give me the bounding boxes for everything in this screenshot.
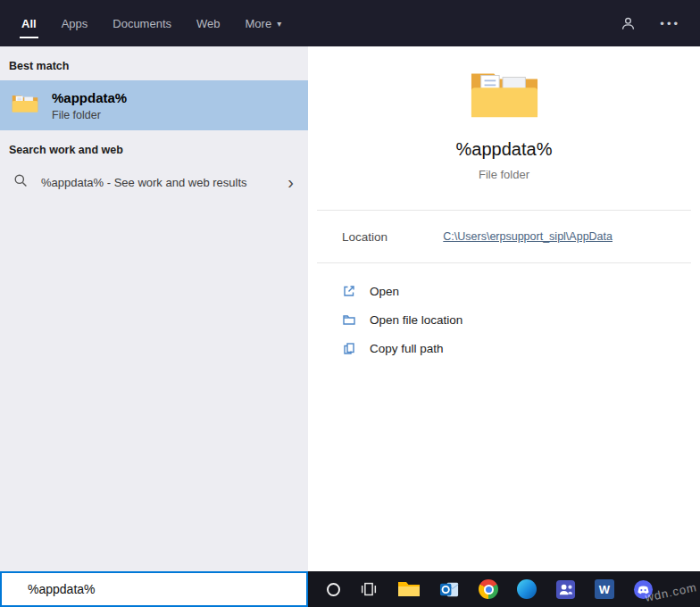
- tab-more[interactable]: More ▾: [246, 0, 282, 46]
- copy-icon: [342, 341, 356, 355]
- tab-web-label: Web: [196, 17, 221, 30]
- windows-search-flyout: All Apps Documents Web More ▾ ••• Best m…: [0, 0, 700, 607]
- tab-web[interactable]: Web: [196, 0, 221, 46]
- best-match-subtitle: File folder: [52, 109, 127, 121]
- search-header: All Apps Documents Web More ▾ •••: [0, 0, 700, 46]
- search-web-header: Search work and web: [9, 144, 308, 156]
- teams-icon[interactable]: [555, 579, 576, 600]
- best-match-item[interactable]: %appdata% File folder: [0, 80, 308, 130]
- open-file-location-icon: [342, 312, 356, 327]
- taskbar: W wdn.com: [308, 571, 700, 607]
- detail-subtitle: File folder: [308, 168, 700, 181]
- folder-icon: [12, 93, 38, 118]
- open-file-location-action[interactable]: Open file location: [342, 305, 700, 334]
- file-explorer-icon[interactable]: [397, 580, 421, 598]
- search-input[interactable]: [2, 582, 306, 596]
- location-link[interactable]: C:\Users\erpsupport_sipl\AppData: [443, 230, 612, 243]
- tab-all-label: All: [21, 17, 37, 30]
- detail-panel: %appdata% File folder Location C:\Users\…: [308, 46, 700, 571]
- preview-block: %appdata% File folder: [308, 46, 700, 181]
- tab-apps-label: Apps: [62, 17, 88, 30]
- open-file-location-label: Open file location: [370, 313, 462, 327]
- search-icon: [13, 173, 28, 191]
- word-icon[interactable]: W: [595, 579, 614, 599]
- edge-icon[interactable]: [517, 579, 537, 599]
- open-icon: [342, 284, 356, 298]
- location-row: Location C:\Users\erpsupport_sipl\AppDat…: [308, 211, 700, 262]
- chevron-right-icon[interactable]: ›: [288, 173, 299, 191]
- header-icons: •••: [620, 0, 700, 46]
- tab-all[interactable]: All: [21, 0, 37, 46]
- tab-documents-label: Documents: [112, 17, 171, 30]
- chevron-down-icon: ▾: [277, 19, 281, 29]
- open-action[interactable]: Open: [342, 277, 700, 305]
- cortana-icon[interactable]: [327, 583, 340, 596]
- filter-tabs: All Apps Documents Web More ▾: [0, 0, 281, 46]
- copy-full-path-action[interactable]: Copy full path: [342, 334, 700, 362]
- location-label: Location: [342, 230, 388, 244]
- user-account-icon[interactable]: [620, 15, 637, 32]
- outlook-icon[interactable]: [439, 579, 460, 600]
- results-panel: Best match %appdata% File folder Search …: [0, 46, 308, 571]
- web-search-item[interactable]: %appdata% - See work and web results ›: [0, 164, 308, 200]
- ellipsis-icon[interactable]: •••: [660, 17, 680, 30]
- detail-title: %appdata%: [308, 139, 700, 160]
- tab-apps[interactable]: Apps: [62, 0, 88, 46]
- best-match-text: %appdata% File folder: [52, 90, 127, 121]
- copy-full-path-label: Copy full path: [370, 342, 444, 355]
- discord-icon[interactable]: [633, 579, 654, 600]
- best-match-title: %appdata%: [52, 90, 127, 105]
- folder-icon-large: [470, 109, 539, 124]
- tab-more-label: More: [246, 17, 272, 30]
- web-search-label: %appdata% - See work and web results: [41, 176, 274, 189]
- tab-documents[interactable]: Documents: [112, 0, 171, 46]
- action-list: Open Open file location Copy full path: [308, 263, 700, 362]
- search-box: [0, 571, 308, 607]
- open-action-label: Open: [370, 285, 399, 298]
- chrome-icon[interactable]: [479, 579, 498, 599]
- task-view-icon[interactable]: [359, 579, 379, 599]
- best-match-header: Best match: [9, 60, 308, 72]
